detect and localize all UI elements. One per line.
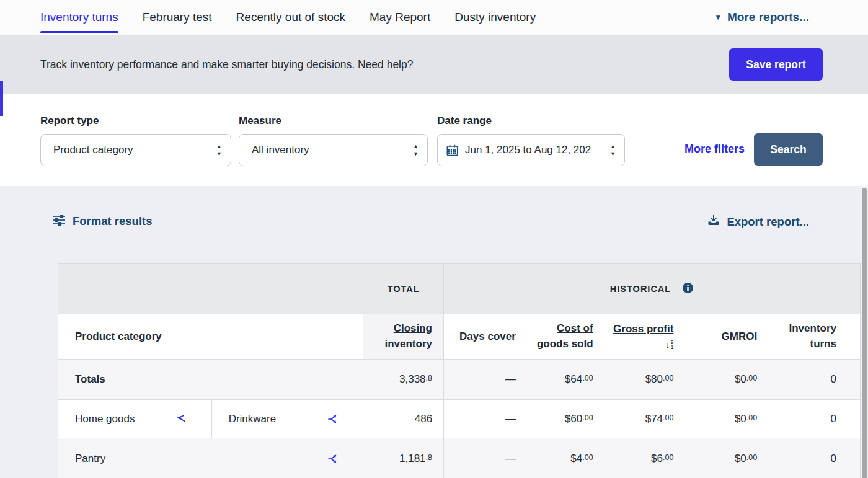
group-header-total: TOTAL	[363, 264, 443, 314]
col-header-days-cover: Days cover	[443, 314, 527, 359]
totals-inventory-turns: 0	[768, 360, 860, 399]
save-report-button[interactable]: Save report	[729, 48, 823, 81]
collapse-category-icon[interactable]	[175, 414, 187, 425]
inventory-turns-table: TOTAL HISTORICAL Product category Closin…	[58, 263, 861, 478]
row-label-totals: Totals	[58, 360, 363, 399]
home-goods-inventory-turns: 0	[768, 400, 860, 438]
date-range-value: Jun 1, 2025 to Aug 12, 202	[465, 144, 605, 156]
filters-section: Report type Product category ▲▼ Measure …	[0, 94, 868, 186]
totals-gmroi: $0.00	[684, 360, 768, 399]
export-report-label: Export report...	[727, 215, 809, 229]
group-header-historical: HISTORICAL	[443, 264, 860, 314]
date-range-group: Date range Jun 1, 2025 to Aug 12, 202 ▲▼	[437, 115, 625, 166]
subcategory-cell-drinkware: Drinkware	[211, 400, 363, 438]
vertical-scrollbar[interactable]	[861, 186, 868, 478]
col-header-gross-profit[interactable]: Gross profit ↓ 91	[604, 314, 685, 359]
col-header-closing-inventory[interactable]: Closing inventory	[363, 314, 443, 359]
pantry-cogs: $4.00	[527, 438, 604, 478]
tab-recently-out-of-stock[interactable]: Recently out of stock	[236, 0, 345, 35]
col-header-gmroi: GMROI	[684, 314, 768, 359]
category-label: Pantry	[75, 453, 105, 465]
pantry-gmroi: $0.00	[684, 438, 768, 478]
table-row-totals: Totals 3,338.8 — $64.00 $80.00 $0.00 0	[58, 359, 860, 399]
info-icon[interactable]	[682, 282, 694, 296]
stepper-arrows-icon[interactable]: ▲▼	[413, 144, 418, 157]
banner-message-text: Track inventory performance and make sma…	[40, 58, 355, 71]
measure-select[interactable]: All inventory ▲▼	[239, 134, 428, 166]
category-cell-home-goods: Home goods	[58, 400, 211, 438]
table-group-header-row: TOTAL HISTORICAL	[58, 264, 860, 314]
format-results-label: Format results	[73, 215, 153, 228]
report-tabs-bar: Inventory turns February test Recently o…	[0, 0, 868, 35]
category-label: Home goods	[75, 413, 135, 425]
home-goods-days-cover: —	[443, 400, 527, 438]
more-filters-link[interactable]: More filters	[684, 143, 745, 156]
inventory-report-page: Inventory turns February test Recently o…	[0, 0, 868, 478]
pantry-inventory-turns: 0	[768, 438, 860, 478]
stepper-arrows-icon[interactable]: ▲▼	[216, 144, 222, 157]
scroll-accent-bar	[0, 81, 3, 116]
home-goods-gmroi: $0.00	[684, 400, 768, 438]
pantry-gross-profit: $6.00	[604, 438, 685, 478]
info-banner: Track inventory performance and make sma…	[0, 35, 868, 94]
banner-message: Track inventory performance and make sma…	[40, 58, 413, 71]
export-report-button[interactable]: Export report...	[707, 214, 809, 229]
sort-descending-icon: ↓ 91	[665, 338, 673, 352]
download-icon	[707, 214, 720, 229]
tab-may-report[interactable]: May Report	[370, 0, 430, 35]
date-range-input[interactable]: Jun 1, 2025 to Aug 12, 202 ▲▼	[437, 134, 625, 166]
split-category-icon[interactable]	[327, 453, 338, 464]
col-header-product-category: Product category	[58, 314, 363, 359]
format-results-button[interactable]: Format results	[53, 214, 153, 229]
more-reports-label: More reports...	[727, 11, 809, 24]
totals-gross-profit: $80.00	[604, 360, 685, 399]
col-header-inventory-turns: Inventory turns	[768, 314, 860, 359]
need-help-link[interactable]: Need help?	[358, 58, 414, 71]
sliders-icon	[53, 214, 66, 229]
table-row-pantry: Pantry 1,181.8 — $4.00 $6.00 $0.00 0	[58, 438, 860, 478]
totals-cogs: $64.00	[527, 360, 604, 399]
table-row-home-goods: Home goods Drinkware 486 — $60.00 $74.00…	[58, 399, 860, 438]
historical-label: HISTORICAL	[610, 284, 671, 294]
more-reports-dropdown[interactable]: ▼ More reports...	[714, 0, 809, 35]
group-header-spacer	[58, 264, 363, 314]
measure-group: Measure All inventory ▲▼	[239, 115, 428, 166]
results-section: Format results Export report... TOTAL HI…	[0, 186, 868, 478]
report-type-group: Report type Product category ▲▼	[40, 115, 231, 166]
pantry-days-cover: —	[443, 438, 527, 478]
totals-closing-inventory: 3,338.8	[363, 360, 443, 399]
search-button[interactable]: Search	[754, 133, 823, 166]
home-goods-closing-inventory: 486	[363, 400, 443, 438]
col-header-cost-of-goods-sold[interactable]: Cost of goods sold	[527, 314, 604, 359]
home-goods-gross-profit: $74.00	[604, 400, 685, 438]
category-cell-pantry: Pantry	[58, 438, 363, 478]
date-range-label: Date range	[437, 115, 625, 127]
report-type-select[interactable]: Product category ▲▼	[40, 134, 231, 166]
tab-february-test[interactable]: February test	[143, 0, 212, 35]
tab-dusty-inventory[interactable]: Dusty inventory	[454, 0, 536, 35]
subcategory-label: Drinkware	[229, 413, 277, 425]
calendar-icon	[446, 144, 458, 156]
report-type-value: Product category	[53, 144, 211, 156]
tab-inventory-turns[interactable]: Inventory turns	[40, 0, 118, 35]
totals-days-cover: —	[443, 360, 527, 399]
measure-label: Measure	[239, 115, 428, 127]
pantry-closing-inventory: 1,181.8	[363, 438, 443, 478]
scrollbar-thumb[interactable]	[862, 188, 867, 478]
home-goods-cogs: $60.00	[527, 400, 604, 438]
report-type-label: Report type	[40, 115, 231, 127]
stepper-arrows-icon[interactable]: ▲▼	[610, 144, 616, 157]
measure-value: All inventory	[252, 144, 408, 156]
table-column-header-row: Product category Closing inventory Days …	[58, 314, 860, 359]
split-category-icon[interactable]	[327, 414, 338, 425]
chevron-down-icon: ▼	[714, 14, 722, 21]
